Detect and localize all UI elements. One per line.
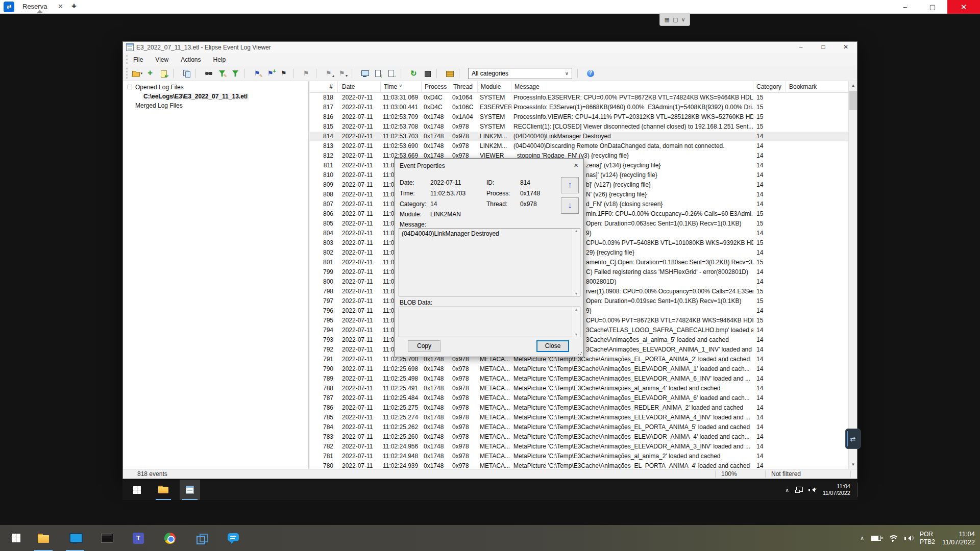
table-row[interactable]: 8142022-07-1111:02:53.7030x17480x978LINK… bbox=[310, 132, 848, 141]
tab-close-icon[interactable]: ✕ bbox=[58, 3, 63, 10]
app-minimize-button[interactable]: – bbox=[893, 0, 917, 14]
open-log-button[interactable]: ▼ bbox=[131, 67, 143, 80]
next-event-button[interactable]: ↓ bbox=[561, 197, 579, 214]
window-minimize-button[interactable]: – bbox=[790, 42, 812, 53]
scroll-up-icon[interactable]: ▲ bbox=[572, 308, 580, 311]
network-icon[interactable] bbox=[795, 487, 802, 493]
chevron-down-icon[interactable]: ∨ bbox=[681, 16, 685, 23]
local-clock[interactable]: 11:04 11/07/2022 bbox=[942, 530, 975, 546]
clear-bookmarks-button[interactable] bbox=[301, 67, 313, 80]
add-log-button[interactable] bbox=[144, 67, 157, 80]
column-header-time[interactable]: Time∨ bbox=[381, 81, 422, 93]
scroll-up-icon[interactable]: ▲ bbox=[849, 81, 857, 90]
session-mini-toolbar[interactable]: ▦ ▢ ∨ bbox=[659, 14, 690, 26]
new-tab-button[interactable]: + bbox=[71, 1, 77, 11]
table-row[interactable]: 7842022-07-1111:02:25.2620x17480x978META… bbox=[310, 422, 848, 432]
merge-log-button[interactable] bbox=[158, 67, 170, 80]
table-row[interactable]: 7872022-07-1111:02:25.4840x17480x978META… bbox=[310, 393, 848, 403]
app-close-button[interactable]: ✕ bbox=[947, 0, 980, 14]
copy-button[interactable] bbox=[180, 67, 192, 80]
dialog-close-icon[interactable]: × bbox=[574, 161, 578, 169]
edit-bookmark-button[interactable] bbox=[252, 67, 264, 80]
table-row[interactable]: 8172022-07-1111:03:00.4410xD4C0x106CE3SE… bbox=[310, 103, 848, 112]
column-header-num[interactable]: # bbox=[310, 81, 338, 93]
table-row[interactable]: 8162022-07-1111:02:53.7090x17480x1A04SYS… bbox=[310, 112, 848, 122]
app-maximize-button[interactable]: ▢ bbox=[921, 0, 944, 14]
tree-item-opened-log-files[interactable]: − Opened Log Files bbox=[123, 83, 184, 92]
table-row[interactable]: 7832022-07-1111:02:25.2600x17480x978META… bbox=[310, 432, 848, 442]
apply-filter-button[interactable] bbox=[229, 67, 241, 80]
scroll-thumb[interactable] bbox=[849, 91, 857, 110]
teams-button[interactable] bbox=[127, 525, 150, 551]
tray-chevron-icon[interactable]: ∧ bbox=[785, 487, 789, 493]
tree-item-log-file[interactable]: C:\eeLogs\E3\E3_2022_07_11_13.etl bbox=[123, 92, 249, 101]
import-button[interactable] bbox=[372, 67, 384, 80]
event-log-viewer-button[interactable] bbox=[180, 480, 200, 500]
export-button[interactable] bbox=[385, 67, 398, 80]
chat-button[interactable] bbox=[222, 525, 245, 551]
table-row[interactable]: 8152022-07-1111:02:53.7080x17480x978SYST… bbox=[310, 122, 848, 132]
add-bookmark-button[interactable] bbox=[265, 67, 277, 80]
textarea-scrollbar[interactable]: ▲ ▼ bbox=[572, 229, 580, 296]
teamviewer-side-panel-handle[interactable]: ⇄ bbox=[845, 429, 861, 449]
table-row[interactable]: 8182022-07-1111:03:31.0690xD4C0x1064SYST… bbox=[310, 93, 848, 103]
previous-event-button[interactable]: ↑ bbox=[561, 177, 579, 193]
edit-filter-button[interactable] bbox=[216, 67, 228, 80]
menu-view[interactable]: View bbox=[155, 56, 168, 63]
battery-icon[interactable] bbox=[871, 536, 881, 541]
fullscreen-icon[interactable]: ▢ bbox=[673, 16, 678, 23]
archive-button[interactable] bbox=[444, 67, 456, 80]
screen-capture-button[interactable] bbox=[95, 525, 118, 551]
column-header-message[interactable]: Message bbox=[511, 81, 753, 93]
window-title-bar[interactable]: E3_2022_07_11_13.etl - Elipse Event Log … bbox=[123, 42, 857, 53]
table-row[interactable]: 7902022-07-1111:02:25.6980x17480x978META… bbox=[310, 364, 848, 374]
window-maximize-button[interactable]: □ bbox=[812, 42, 835, 53]
stop-button[interactable] bbox=[421, 67, 433, 80]
dialog-resize-grip[interactable] bbox=[577, 350, 582, 356]
table-row[interactable]: 7802022-07-1111:02:24.9390x17480x978META… bbox=[310, 461, 848, 469]
tree-item-merged-log-files[interactable]: Merged Log Files bbox=[123, 101, 183, 110]
blob-textarea[interactable]: ▲ ▼ bbox=[399, 307, 580, 337]
help-button[interactable] bbox=[584, 67, 597, 80]
language-indicator[interactable]: POR PTB2 bbox=[920, 531, 935, 546]
copy-button[interactable]: Copy bbox=[408, 340, 440, 352]
table-row[interactable]: 7852022-07-1111:02:25.2740x17480x978META… bbox=[310, 413, 848, 422]
refresh-button[interactable] bbox=[408, 67, 420, 80]
menu-actions[interactable]: Actions bbox=[181, 56, 201, 63]
column-header-category[interactable]: Category bbox=[753, 81, 786, 93]
remote-clock[interactable]: 11:04 11/07/2022 bbox=[823, 483, 850, 496]
cube-3d-button[interactable] bbox=[190, 525, 213, 551]
realtime-view-button[interactable] bbox=[359, 67, 371, 80]
table-row[interactable]: 7892022-07-1111:02:25.4980x17480x978META… bbox=[310, 374, 848, 384]
wifi-icon[interactable] bbox=[888, 535, 897, 542]
column-header-bookmark[interactable]: Bookmark bbox=[786, 81, 848, 93]
menu-help[interactable]: Help bbox=[213, 56, 226, 63]
tray-chevron-icon[interactable]: ∧ bbox=[861, 535, 864, 541]
category-filter-dropdown[interactable]: All categories∨ bbox=[468, 68, 572, 79]
scroll-down-icon[interactable]: ▼ bbox=[572, 292, 580, 295]
file-explorer-button[interactable] bbox=[153, 480, 174, 500]
vertical-scrollbar[interactable]: ▲ ▼ bbox=[848, 81, 857, 469]
column-header-date[interactable]: Date bbox=[338, 81, 381, 93]
textarea-scrollbar[interactable]: ▲ ▼ bbox=[572, 307, 580, 337]
find-button[interactable] bbox=[203, 67, 215, 80]
tree-collapse-icon[interactable]: − bbox=[128, 85, 132, 89]
toggle-bookmark-button[interactable] bbox=[278, 67, 290, 80]
table-row[interactable]: 7882022-07-1111:02:25.4910x17480x978META… bbox=[310, 384, 848, 393]
prev-bookmark-button[interactable] bbox=[323, 67, 335, 80]
chrome-button[interactable] bbox=[158, 525, 182, 551]
file-explorer-button[interactable] bbox=[32, 525, 55, 551]
column-header-thread[interactable]: Thread bbox=[450, 81, 478, 93]
remote-desktop-button[interactable] bbox=[63, 525, 87, 551]
close-button[interactable]: Close bbox=[536, 340, 569, 352]
table-row[interactable]: 7812022-07-1111:02:24.9480x17480x978META… bbox=[310, 452, 848, 461]
next-bookmark-button[interactable] bbox=[336, 67, 349, 80]
window-close-button[interactable]: ✕ bbox=[835, 42, 857, 53]
speaker-muted-icon[interactable]: × bbox=[808, 487, 817, 493]
start-button[interactable] bbox=[4, 525, 28, 551]
column-header-process[interactable]: Process bbox=[422, 81, 450, 93]
table-row[interactable]: 8132022-07-1111:02:53.6900x17480x978LINK… bbox=[310, 141, 848, 151]
scroll-down-icon[interactable]: ▼ bbox=[572, 333, 580, 336]
start-button[interactable] bbox=[127, 480, 147, 500]
grid-icon[interactable]: ▦ bbox=[665, 16, 670, 23]
